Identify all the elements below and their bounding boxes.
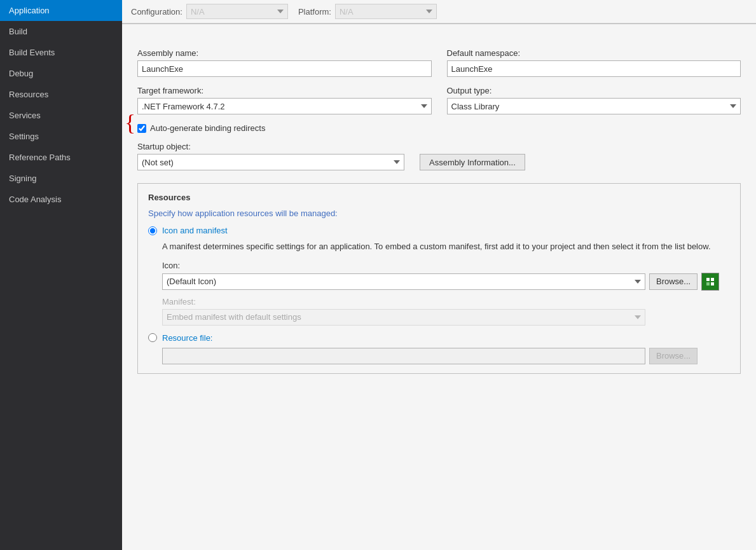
icon-preview xyxy=(701,273,719,291)
sidebar-item-code-analysis[interactable]: Code Analysis xyxy=(0,189,122,210)
auto-generate-checkbox[interactable] xyxy=(137,124,146,133)
configuration-item: Configuration: N/A xyxy=(131,4,288,19)
icon-select[interactable]: (Default Icon) xyxy=(162,273,645,290)
target-framework-group: Target framework: .NET Framework 4.7.2 xyxy=(137,86,432,114)
startup-object-label: Startup object: xyxy=(137,142,404,151)
assembly-name-input[interactable] xyxy=(137,60,432,77)
sidebar: Application Build Build Events Debug Res… xyxy=(0,0,122,550)
icon-label: Icon: xyxy=(162,261,730,270)
sidebar-item-application[interactable]: Application xyxy=(0,0,122,21)
sidebar-item-build[interactable]: Build xyxy=(0,21,122,42)
sidebar-item-resources[interactable]: Resources xyxy=(0,84,122,105)
resource-file-radio[interactable] xyxy=(148,333,157,342)
manifest-label: Manifest: xyxy=(162,297,730,306)
default-namespace-label: Default namespace: xyxy=(447,48,741,58)
icon-manifest-label: Icon and manifest xyxy=(162,226,228,235)
configuration-select[interactable]: N/A xyxy=(186,4,288,19)
sidebar-item-build-events[interactable]: Build Events xyxy=(0,42,122,63)
output-type-group: Output type: Class Library xyxy=(447,86,741,114)
manifest-row: Manifest: Embed manifest with default se… xyxy=(162,297,730,326)
sidebar-item-settings[interactable]: Settings xyxy=(0,126,122,147)
platform-select[interactable]: N/A xyxy=(335,4,437,19)
platform-item: Platform: N/A xyxy=(298,4,437,19)
default-namespace-input[interactable] xyxy=(447,60,741,77)
main-content: Configuration: N/A Platform: N/A Assembl… xyxy=(122,0,756,550)
target-framework-label: Target framework: xyxy=(137,86,432,95)
auto-generate-label: Auto-generate binding redirects xyxy=(150,123,265,133)
resource-file-radio-label: Resource file: xyxy=(162,333,212,343)
framework-output-row: Target framework: .NET Framework 4.7.2 O… xyxy=(137,86,741,114)
auto-generate-row: Auto-generate binding redirects xyxy=(137,123,741,133)
resource-file-input[interactable] xyxy=(162,348,645,364)
startup-row: Startup object: (Not set) Assembly Infor… xyxy=(137,142,741,170)
icon-preview-svg xyxy=(705,277,715,287)
assembly-name-label: Assembly name: xyxy=(137,48,432,58)
resource-file-radio-item: Resource file: xyxy=(148,333,730,343)
icon-row: Icon: (Default Icon) Browse... xyxy=(162,261,730,291)
icon-manifest-radio-item: Icon and manifest xyxy=(148,226,730,235)
svg-rect-2 xyxy=(711,278,714,281)
assembly-information-button[interactable]: Assembly Information... xyxy=(420,154,525,170)
output-type-label: Output type: xyxy=(447,86,741,95)
default-namespace-group: Default namespace: xyxy=(447,48,741,77)
sidebar-item-signing[interactable]: Signing xyxy=(0,168,122,189)
top-bar: Configuration: N/A Platform: N/A xyxy=(122,0,756,24)
resources-section: Resources Specify how application resour… xyxy=(137,183,741,374)
startup-object-group: Startup object: (Not set) xyxy=(137,142,404,170)
icon-manifest-radio[interactable] xyxy=(148,226,157,235)
sidebar-item-services[interactable]: Services xyxy=(0,105,122,126)
resource-file-browse-button[interactable]: Browse... xyxy=(649,348,698,364)
icon-manifest-description: A manifest determines specific settings … xyxy=(162,240,730,253)
resources-section-description: Specify how application resources will b… xyxy=(148,209,730,218)
platform-label: Platform: xyxy=(298,7,331,17)
content-area: Assembly name: Default namespace: Target… xyxy=(122,36,756,550)
svg-rect-4 xyxy=(711,282,714,285)
assembly-name-group: Assembly name: xyxy=(137,48,432,77)
resource-file-row: Browse... xyxy=(162,348,730,364)
manifest-select[interactable]: Embed manifest with default settings xyxy=(162,309,645,326)
icon-browse-button[interactable]: Browse... xyxy=(649,273,698,290)
target-framework-select[interactable]: .NET Framework 4.7.2 xyxy=(137,98,432,114)
startup-object-select[interactable]: (Not set) xyxy=(137,154,404,170)
svg-rect-3 xyxy=(706,282,710,285)
assembly-namespace-row: Assembly name: Default namespace: xyxy=(137,48,741,77)
svg-rect-1 xyxy=(706,278,710,281)
configuration-label: Configuration: xyxy=(131,7,182,17)
sidebar-item-debug[interactable]: Debug xyxy=(0,63,122,84)
sidebar-item-reference-paths[interactable]: Reference Paths xyxy=(0,147,122,168)
output-type-select[interactable]: Class Library xyxy=(447,98,741,114)
icon-select-row: (Default Icon) Browse... xyxy=(162,273,730,291)
resources-section-title: Resources xyxy=(148,193,730,202)
